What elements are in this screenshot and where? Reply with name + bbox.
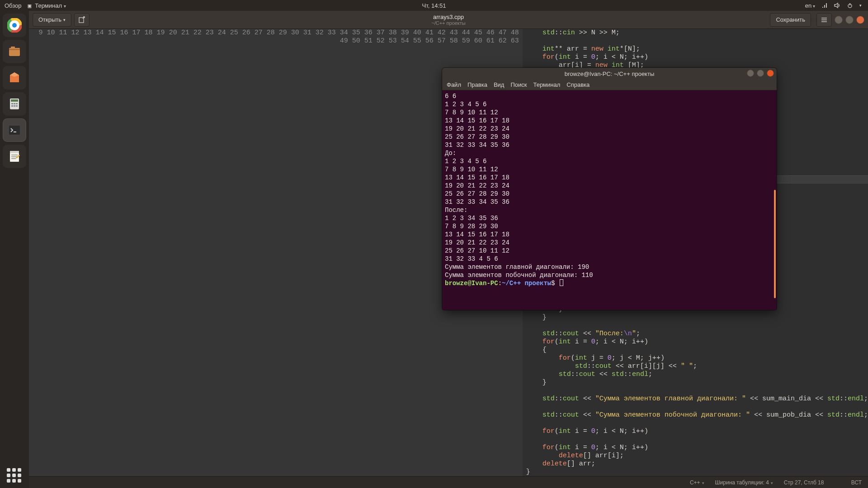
terminal-menu-файл[interactable]: Файл <box>447 81 461 88</box>
svg-rect-19 <box>9 126 20 135</box>
save-button[interactable]: Сохранить <box>770 13 811 27</box>
network-icon[interactable] <box>821 2 828 9</box>
window-maximize-button[interactable] <box>845 16 854 24</box>
window-minimize-button[interactable] <box>835 16 843 24</box>
terminal-window[interactable]: browze@Ivan-PC: ~/C++ проекты ФайлПравка… <box>442 68 777 310</box>
apps-grid-icon <box>7 468 22 483</box>
power-icon[interactable] <box>847 2 853 9</box>
launcher-files[interactable] <box>3 40 26 63</box>
top-panel: Обзор ▣ Терминал Чт, 14:51 en ▾ <box>0 0 868 11</box>
launcher-show-apps[interactable] <box>7 468 22 483</box>
launcher-chrome[interactable] <box>3 14 26 37</box>
gedit-header: Открыть▾ arrays3.cpp ~/C++ проекты Сохра… <box>29 11 868 29</box>
terminal-title: browze@Ivan-PC: ~/C++ проекты <box>565 70 655 77</box>
terminal-close-button[interactable] <box>767 70 774 77</box>
launcher-software[interactable] <box>3 66 26 89</box>
terminal-body[interactable]: 6 6 1 2 3 4 5 6 7 8 9 10 11 12 13 14 15 … <box>442 90 777 310</box>
status-bar: C++ Ширина табуляции: 4 Стр 27, Стлб 18 … <box>29 476 868 488</box>
svg-rect-15 <box>16 103 18 104</box>
terminal-titlebar[interactable]: browze@Ivan-PC: ~/C++ проекты <box>442 68 777 80</box>
terminal-menu-правка[interactable]: Правка <box>467 81 487 88</box>
status-ins: ВСТ <box>851 479 862 486</box>
hamburger-menu-button[interactable] <box>816 13 832 27</box>
system-menu-chevron-icon[interactable]: ▾ <box>859 3 862 8</box>
launcher-text-editor[interactable] <box>3 145 26 168</box>
status-tab-width[interactable]: Ширина табуляции: 4 <box>715 479 773 486</box>
language-indicator[interactable]: en <box>805 2 815 9</box>
terminal-menu-справка[interactable]: Справка <box>566 81 590 88</box>
terminal-menu-поиск[interactable]: Поиск <box>510 81 527 88</box>
svg-rect-16 <box>11 105 13 107</box>
terminal-menu-терминал[interactable]: Терминал <box>533 81 560 88</box>
terminal-minimize-button[interactable] <box>747 70 754 77</box>
app-menu[interactable]: ▣ Терминал <box>28 2 66 9</box>
gedit-title: arrays3.cpp ~/C++ проекты <box>431 14 466 25</box>
activities-button[interactable]: Обзор <box>5 2 22 9</box>
svg-rect-17 <box>14 105 15 107</box>
svg-rect-8 <box>9 49 20 50</box>
volume-icon[interactable] <box>834 2 840 9</box>
terminal-menu-вид[interactable]: Вид <box>494 81 505 88</box>
svg-rect-9 <box>11 47 15 49</box>
status-language[interactable]: C++ <box>690 479 704 486</box>
svg-rect-13 <box>11 103 13 104</box>
terminal-scrollbar[interactable] <box>774 190 776 298</box>
svg-rect-21 <box>10 151 19 153</box>
launcher-calculator[interactable] <box>3 92 26 116</box>
launcher-terminal[interactable] <box>3 118 26 142</box>
svg-rect-14 <box>14 103 15 104</box>
clock[interactable]: Чт, 14:51 <box>422 2 446 9</box>
new-tab-button[interactable] <box>74 13 90 27</box>
terminal-menubar: ФайлПравкаВидПоискТерминалСправка <box>442 80 777 90</box>
launcher <box>0 11 29 488</box>
open-button[interactable]: Открыть▾ <box>33 13 71 27</box>
terminal-icon: ▣ <box>28 2 35 9</box>
status-cursor-pos: Стр 27, Стлб 18 <box>784 479 824 486</box>
svg-rect-18 <box>16 105 18 107</box>
window-close-button[interactable] <box>856 16 864 24</box>
terminal-maximize-button[interactable] <box>757 70 764 77</box>
svg-rect-12 <box>11 99 18 102</box>
